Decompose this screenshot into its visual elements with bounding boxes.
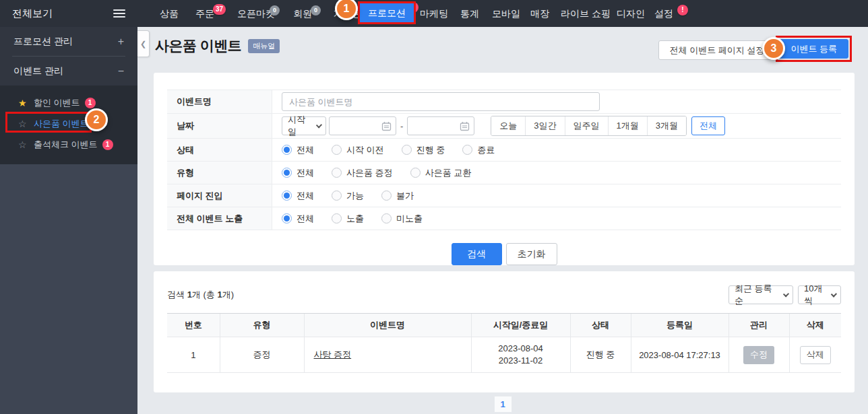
nav-design[interactable]: 디자인 [617, 0, 645, 27]
sidebar-menu-event[interactable]: 이벤트 관리 − [0, 57, 137, 85]
nav-products[interactable]: 상품 [160, 0, 179, 27]
results-card: 검색 1개 (총 1개) 최근 등록 순 10개씩 번호 유형 이벤트명 [154, 271, 855, 392]
nav-mobile[interactable]: 모바일 [492, 0, 520, 27]
radio-label: 전체 [297, 190, 314, 202]
page-actions: 전체 이벤트 페이지 설정 이벤트 등록 [658, 36, 852, 62]
page-entry-radio-all[interactable]: 전체 [282, 190, 314, 202]
members-count-badge: 0 [311, 4, 321, 15]
filter-table: 이벤트명 날짜 시작일 - [167, 90, 841, 230]
page-title: 사은품 이벤트 [155, 36, 241, 55]
status-radio-in-progress[interactable]: 진행 중 [402, 144, 445, 156]
page-1-button[interactable]: 1 [494, 396, 512, 413]
delete-button[interactable]: 삭제 [800, 346, 831, 364]
exposure-radio-hidden[interactable]: 미노출 [381, 213, 423, 225]
sidebar-menu-event-label: 이벤트 관리 [13, 65, 63, 77]
filter-label: 페이지 진입 [167, 184, 272, 207]
sidebar-collapse-button[interactable]: ❮ [137, 30, 150, 57]
radio-icon [402, 145, 412, 155]
pagination: 1 [137, 396, 868, 413]
quick-1week-button[interactable]: 일주일 [565, 116, 608, 135]
quick-1month-button[interactable]: 1개월 [608, 116, 647, 135]
exposure-radio-all[interactable]: 전체 [282, 213, 314, 225]
quick-3days-button[interactable]: 3일간 [525, 116, 564, 135]
hamburger-icon[interactable] [113, 7, 125, 20]
status-radio-all[interactable]: 전체 [282, 144, 314, 156]
sidebar-item-discount-event[interactable]: ★ 할인 이벤트 1 [0, 92, 137, 113]
sidebar-menu-promotion[interactable]: 프로모션 관리 + [0, 27, 137, 56]
chevron-down-icon [782, 291, 788, 297]
nav-members[interactable]: 회원 [293, 0, 312, 27]
filter-label: 상태 [167, 139, 272, 161]
start-date-input[interactable] [329, 116, 396, 135]
radio-label: 사은품 증정 [346, 167, 393, 179]
end-date-input[interactable] [407, 116, 474, 135]
nav-live-shopping[interactable]: 라이브 쇼핑 [561, 0, 611, 27]
results-summary: 검색 1개 (총 1개) [167, 289, 234, 301]
radio-label: 전체 [297, 213, 314, 225]
search-button[interactable]: 검색 [452, 243, 502, 265]
filter-actions: 검색 초기화 [167, 243, 841, 265]
nav-orders[interactable]: 주문 [195, 0, 214, 27]
manual-badge[interactable]: 매뉴얼 [248, 39, 280, 53]
status-radio-before-start[interactable]: 시작 이전 [332, 144, 384, 156]
type-radio-gift-exchange[interactable]: 사은품 교환 [410, 167, 472, 179]
nav-promotion[interactable]: 프로모션 [358, 1, 416, 24]
date-range-separator: - [400, 121, 403, 131]
filter-label: 이벤트명 [167, 90, 272, 113]
nav-statistics[interactable]: 통계 [460, 0, 479, 27]
sidebar-item-gift-event[interactable]: ☆ 사은품 이벤트 1 [0, 113, 137, 134]
calendar-icon [460, 121, 470, 131]
page-entry-radio-possible[interactable]: 가능 [332, 190, 364, 202]
cell-manage: 수정 [728, 337, 789, 373]
step-circle-2: 2 [85, 108, 108, 131]
header-delete: 삭제 [789, 314, 841, 337]
radio-checked-icon [282, 168, 292, 178]
type-radio-all[interactable]: 전체 [282, 167, 314, 179]
event-name-link[interactable]: 사탕 증정 [314, 349, 352, 359]
quick-today-button[interactable]: 오늘 [491, 116, 525, 135]
sidebar-item-attendance-event[interactable]: ☆ 출석체크 이벤트 1 [0, 134, 137, 155]
chevron-down-icon [831, 291, 837, 297]
orders-count-badge: 37 [213, 3, 226, 15]
star-outline-icon[interactable]: ☆ [18, 139, 30, 150]
star-outline-icon[interactable]: ☆ [18, 118, 30, 129]
register-annotation-box: 이벤트 등록 [776, 36, 852, 62]
radio-checked-icon [282, 145, 292, 155]
page-size-select[interactable]: 10개씩 [798, 285, 841, 304]
minus-icon[interactable]: − [118, 65, 124, 77]
header-type: 유형 [220, 314, 304, 337]
calendar-icon [381, 121, 392, 131]
cell-status: 진행 중 [570, 337, 631, 373]
event-register-button[interactable]: 이벤트 등록 [779, 39, 848, 59]
quick-3months-button[interactable]: 3개월 [647, 116, 686, 135]
results-header: 검색 1개 (총 1개) 최근 등록 순 10개씩 [167, 285, 841, 305]
chevron-down-icon [316, 122, 322, 128]
filter-row-date: 날짜 시작일 - 오늘 3일간 일 [167, 114, 841, 139]
nav-marketing[interactable]: 마케팅 [420, 0, 448, 27]
top-navigation: 상품 주문 37 오픈마켓 0 회원 0 게시판 프로모션 마케팅 통계 모바일… [137, 0, 868, 27]
sort-order-select[interactable]: 최근 등록 순 [728, 285, 793, 304]
radio-checked-icon [282, 191, 292, 201]
cell-no: 1 [167, 337, 220, 373]
radio-icon [332, 168, 342, 178]
cell-type: 증정 [220, 337, 304, 373]
count-badge: 1 [102, 139, 113, 150]
exposure-radio-shown[interactable]: 노출 [332, 213, 364, 225]
header-no: 번호 [167, 314, 220, 337]
page-entry-radio-impossible[interactable]: 불가 [381, 190, 414, 202]
star-filled-icon[interactable]: ★ [18, 98, 30, 108]
all-event-page-settings-button[interactable]: 전체 이벤트 페이지 설정 [658, 40, 776, 60]
event-name-input[interactable] [282, 92, 600, 111]
status-radio-ended[interactable]: 종료 [462, 144, 495, 156]
reset-button[interactable]: 초기화 [506, 243, 557, 265]
nav-store[interactable]: 매장 [530, 0, 549, 27]
quick-all-button[interactable]: 전체 [691, 116, 725, 135]
edit-button[interactable]: 수정 [743, 346, 774, 364]
radio-label: 사은품 교환 [425, 167, 472, 179]
date-quick-buttons: 오늘 3일간 일주일 1개월 3개월 [491, 116, 687, 136]
type-radio-gift-give[interactable]: 사은품 증정 [332, 167, 393, 179]
nav-settings[interactable]: 설정 [654, 0, 673, 27]
radio-label: 전체 [297, 167, 314, 179]
plus-icon[interactable]: + [118, 36, 124, 48]
date-type-select[interactable]: 시작일 [282, 116, 326, 135]
